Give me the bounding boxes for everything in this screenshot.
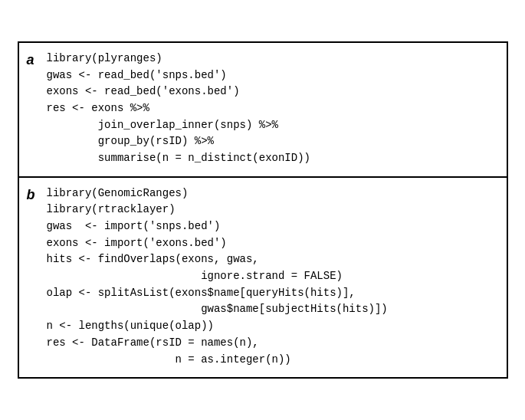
code-line-b-10: n = as.integer(n)) xyxy=(47,352,499,369)
panels-container: alibrary(plyranges)gwas <- read_bed('snp… xyxy=(18,41,508,379)
panel-a: alibrary(plyranges)gwas <- read_bed('snp… xyxy=(18,41,508,178)
panel-label-b: b xyxy=(19,178,44,378)
code-line-a-1: gwas <- read_bed('snps.bed') xyxy=(47,67,499,84)
panel-b: blibrary(GenomicRanges)library(rtracklay… xyxy=(18,178,508,379)
code-line-b-9: res <- DataFrame(rsID = names(n), xyxy=(47,335,499,352)
code-line-a-2: exons <- read_bed('exons.bed') xyxy=(47,84,499,100)
code-line-b-8: n <- lengths(unique(olap)) xyxy=(47,318,499,335)
code-line-b-2: gwas <- import('snps.bed') xyxy=(47,218,499,235)
code-line-a-5: group_by(rsID) %>% xyxy=(47,133,499,150)
panel-content-a: library(plyranges)gwas <- read_bed('snps… xyxy=(44,43,507,176)
code-line-b-4: hits <- findOverlaps(exons, gwas, xyxy=(47,251,499,268)
code-line-b-0: library(GenomicRanges) xyxy=(47,185,499,202)
code-line-b-6: olap <- splitAsList(exons$name[queryHits… xyxy=(47,285,499,302)
panel-content-b: library(GenomicRanges)library(rtracklaye… xyxy=(44,178,507,378)
code-line-b-7: gwas$name[subjectHits(hits)]) xyxy=(47,301,499,318)
code-line-a-3: res <- exons %>% xyxy=(47,100,499,117)
code-line-b-1: library(rtracklayer) xyxy=(47,202,499,218)
code-line-a-6: summarise(n = n_distinct(exonID)) xyxy=(47,150,499,167)
code-line-b-5: ignore.strand = FALSE) xyxy=(47,268,499,285)
code-line-a-0: library(plyranges) xyxy=(47,51,499,67)
panel-label-a: a xyxy=(19,43,44,176)
code-line-b-3: exons <- import('exons.bed') xyxy=(47,235,499,252)
code-line-a-4: join_overlap_inner(snps) %>% xyxy=(47,117,499,134)
